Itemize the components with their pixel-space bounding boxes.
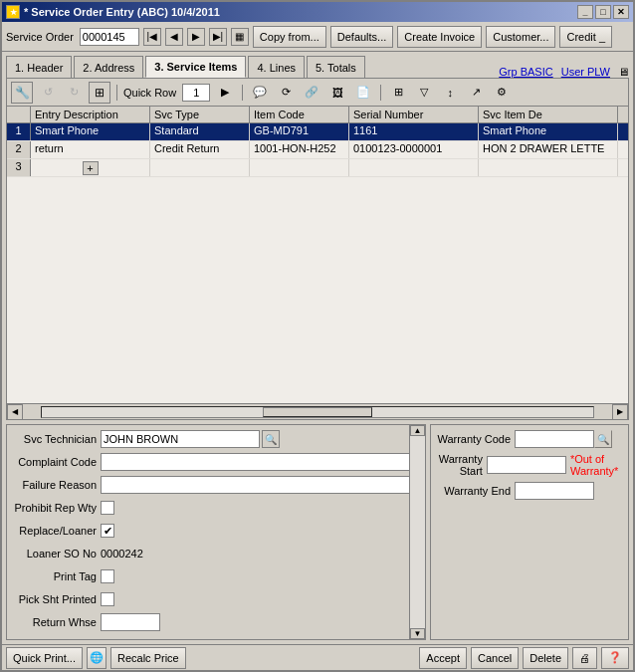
help-button[interactable]: ❓ <box>601 647 629 669</box>
quick-print-button[interactable]: Quick Print... <box>6 647 83 669</box>
user-plw-link[interactable]: User PLW <box>561 66 610 78</box>
table-row[interactable]: 2 return Credit Return 1001-HON-H252 010… <box>7 141 628 159</box>
row-num-2: 2 <box>7 141 31 158</box>
grid-header: Entry Description Svc Type Item Code Ser… <box>7 107 628 123</box>
scroll-thumb[interactable] <box>263 407 373 417</box>
warranty-code-input[interactable] <box>515 430 594 448</box>
warranty-end-row: Warranty End <box>435 481 624 501</box>
warranty-end-input[interactable] <box>515 482 594 500</box>
tab-lines[interactable]: 4. Lines <box>248 56 305 78</box>
create-invoice-button[interactable]: Create Invoice <box>397 26 482 48</box>
replace-loaner-row: Replace/Loaner ✔ <box>11 521 421 541</box>
warranty-form: Warranty Code 🔍 Warranty Start *Out of W… <box>430 424 629 640</box>
sort-icon[interactable]: ↕ <box>439 82 461 104</box>
tools-icon-btn[interactable]: 🔧 <box>11 82 33 104</box>
maximize-button[interactable]: □ <box>595 5 611 19</box>
content-area: 🔧 ↺ ↻ ⊞ Quick Row ▶ 💬 ⟳ 🔗 🖼 📄 ⊞ ▽ ↕ ↗ ⚙ <box>6 78 629 420</box>
nav-prev-button[interactable]: ◀ <box>165 28 183 46</box>
tab-address[interactable]: 2. Address <box>74 56 143 78</box>
refresh-icon[interactable]: ⟳ <box>275 82 297 104</box>
minimize-button[interactable]: _ <box>577 5 593 19</box>
window-title: * Service Order Entry (ABC) 10/4/2011 <box>24 6 220 18</box>
credit-button[interactable]: Credit _ <box>559 26 612 48</box>
warranty-start-input[interactable] <box>487 456 566 474</box>
print-button[interactable]: 🖨 <box>572 647 597 669</box>
cancel-button[interactable]: Cancel <box>471 647 519 669</box>
close-button[interactable]: ✕ <box>613 5 629 19</box>
row-3-svc-type <box>150 159 250 176</box>
col-header-serial-number: Serial Number <box>349 107 479 122</box>
doc-icon[interactable]: 📄 <box>352 82 374 104</box>
scroll-right-arrow[interactable]: ▶ <box>612 404 628 420</box>
inner-toolbar: 🔧 ↺ ↻ ⊞ Quick Row ▶ 💬 ⟳ 🔗 🖼 📄 ⊞ ▽ ↕ ↗ ⚙ <box>7 79 628 107</box>
pick-sht-printed-checkbox[interactable] <box>101 592 114 606</box>
return-whse-input[interactable] <box>101 613 160 631</box>
service-order-label: Service Order <box>6 31 74 43</box>
scroll-track[interactable] <box>41 406 594 418</box>
horizontal-scrollbar[interactable]: ◀ ▶ <box>7 403 628 419</box>
complaint-code-input[interactable] <box>101 453 421 471</box>
left-form-scrollbar[interactable]: ▲ ▼ <box>409 425 425 639</box>
prohibit-rep-wty-checkbox[interactable] <box>101 501 114 515</box>
svc-technician-search-icon[interactable]: 🔍 <box>262 430 280 448</box>
row-1-svc-item: Smart Phone <box>479 123 618 140</box>
filter-icon[interactable]: ▽ <box>413 82 435 104</box>
warranty-code-search[interactable]: 🔍 <box>594 430 612 448</box>
tab-header[interactable]: 1. Header <box>6 56 72 78</box>
nav-grid-button[interactable]: ▦ <box>231 28 249 46</box>
grp-basic-link[interactable]: Grp BASIC <box>499 66 552 78</box>
ie-icon-button[interactable]: 🌐 <box>87 647 106 669</box>
app-icon: ★ <box>6 5 20 19</box>
replace-loaner-checkbox[interactable]: ✔ <box>101 524 114 538</box>
copy-row-icon[interactable]: ⊞ <box>89 82 110 104</box>
accept-button[interactable]: Accept <box>419 647 467 669</box>
nav-last-button[interactable]: ▶| <box>209 28 227 46</box>
svc-technician-row: Svc Technician 🔍 <box>11 429 421 449</box>
row-1-entry-desc[interactable]: Smart Phone <box>31 123 150 140</box>
image-icon[interactable]: 🖼 <box>326 82 348 104</box>
row-2-svc-type: Credit Return <box>150 141 250 158</box>
complaint-code-label: Complaint Code <box>11 456 101 468</box>
tab-service-items[interactable]: 3. Service Items <box>145 56 246 78</box>
scroll-up-btn[interactable]: ▲ <box>410 425 425 436</box>
customer-button[interactable]: Customer... <box>486 26 555 48</box>
export-icon[interactable]: ↗ <box>465 82 487 104</box>
table-row-add[interactable]: 3 + <box>7 159 628 177</box>
nav-first-button[interactable]: |◀ <box>143 28 161 46</box>
note-icon[interactable]: 💬 <box>249 82 271 104</box>
return-whse-row: Return Whse <box>11 612 421 632</box>
undo-icon: ↺ <box>37 82 59 104</box>
service-order-input[interactable] <box>80 28 139 46</box>
grid-tools-icon[interactable]: ⊞ <box>387 82 409 104</box>
prohibit-rep-wty-row: Prohibit Rep Wty <box>11 498 421 518</box>
quick-row-input[interactable] <box>182 84 210 102</box>
title-bar: ★ * Service Order Entry (ABC) 10/4/2011 … <box>2 2 633 22</box>
row-3-item-code <box>250 159 349 176</box>
row-2-entry-desc[interactable]: return <box>31 141 150 158</box>
print-tag-row: Print Tag <box>11 566 421 586</box>
service-items-grid: Entry Description Svc Type Item Code Ser… <box>7 107 628 419</box>
recalc-price-button[interactable]: Recalc Price <box>110 647 186 669</box>
link-icon[interactable]: 🔗 <box>301 82 322 104</box>
left-form: Svc Technician 🔍 Complaint Code Failure … <box>6 424 426 640</box>
add-row-cell[interactable]: + <box>31 159 150 176</box>
scroll-left-arrow[interactable]: ◀ <box>7 404 23 420</box>
delete-button[interactable]: Delete <box>523 647 568 669</box>
failure-reason-input[interactable] <box>101 476 421 494</box>
tab-totals[interactable]: 5. Totals <box>307 56 365 78</box>
defaults-button[interactable]: Defaults... <box>330 26 394 48</box>
quick-row-go-icon[interactable]: ▶ <box>214 82 236 104</box>
row-num-1: 1 <box>7 123 31 140</box>
svc-technician-input[interactable] <box>101 430 260 448</box>
copy-from-button[interactable]: Copy from... <box>253 26 326 48</box>
row-1-svc-type: Standard <box>150 123 250 140</box>
nav-next-button[interactable]: ▶ <box>187 28 205 46</box>
settings-icon[interactable]: ⚙ <box>491 82 513 104</box>
scroll-track-vertical[interactable] <box>410 436 425 628</box>
col-header-svc-item: Svc Item De <box>479 107 618 122</box>
loaner-so-no-row: Loaner SO No 0000242 <box>11 544 421 563</box>
add-row-button[interactable]: + <box>83 161 99 175</box>
table-row[interactable]: 1 Smart Phone Standard GB-MD791 1161 Sma… <box>7 123 628 141</box>
print-tag-checkbox[interactable] <box>101 569 114 583</box>
scroll-down-btn[interactable]: ▼ <box>410 628 425 639</box>
